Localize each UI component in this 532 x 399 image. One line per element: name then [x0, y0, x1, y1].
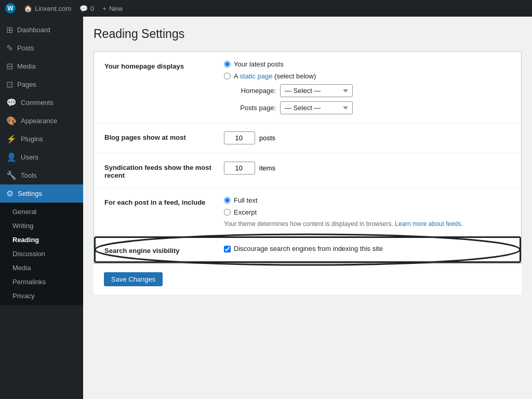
homepage-select[interactable]: — Select — [280, 84, 353, 97]
sidebar-item-plugins[interactable]: ⚡ Plugins [0, 130, 83, 148]
radio-static-page-label: A static page (select below) [234, 72, 316, 80]
syndication-control: items [224, 162, 511, 175]
users-icon: 👤 [6, 152, 17, 162]
comments-icon: 💬 [6, 98, 17, 108]
posts-page-select-row: Posts page: — Select — [234, 101, 511, 114]
sidebar-item-dashboard[interactable]: ⊞ Dashboard [0, 21, 83, 39]
search-visibility-control: Discourage search engines from indexing … [224, 245, 511, 252]
feed-include-control: Full text Excerpt Your theme determines … [224, 196, 511, 228]
media-icon: ⊟ [6, 61, 13, 71]
radio-static-page-input[interactable] [224, 73, 231, 79]
pages-icon: ⊡ [6, 79, 13, 89]
syndication-input[interactable] [224, 162, 255, 175]
settings-icon: ⚙ [6, 189, 14, 198]
syndication-label: Syndication feeds show the most recent [104, 162, 224, 179]
radio-full-text: Full text [224, 196, 511, 204]
submenu-item-media[interactable]: Media [0, 261, 83, 275]
submenu-item-reading[interactable]: Reading [0, 233, 83, 247]
sidebar: ⊞ Dashboard ✎ Posts ⊟ Media ⊡ Pages 💬 Co… [0, 17, 83, 399]
submenu-item-general[interactable]: General [0, 205, 83, 219]
learn-more-link[interactable]: Learn more about feeds. [395, 220, 463, 228]
search-visibility-checkbox-option: Discourage search engines from indexing … [224, 245, 511, 252]
sidebar-item-appearance[interactable]: 🎨 Appearance [0, 112, 83, 130]
syndication-row: Syndication feeds show the most recent i… [94, 153, 521, 188]
submenu-item-permalinks[interactable]: Permalinks [0, 275, 83, 289]
sidebar-item-comments[interactable]: 💬 Comments [0, 94, 83, 112]
posts-page-select-label: Posts page: [234, 104, 276, 112]
radio-latest-posts-input[interactable] [224, 61, 231, 68]
wp-logo[interactable]: W [5, 3, 16, 14]
tools-icon: 🔧 [6, 170, 17, 180]
discourage-indexing-checkbox[interactable] [224, 246, 231, 252]
plugins-icon: ⚡ [6, 134, 17, 144]
syndication-suffix: items [259, 164, 275, 172]
main-layout: ⊞ Dashboard ✎ Posts ⊟ Media ⊡ Pages 💬 Co… [0, 17, 532, 399]
sidebar-item-users[interactable]: 👤 Users [0, 148, 83, 166]
blog-pages-input-row: posts [224, 131, 511, 144]
homepage-label: Your homepage displays [104, 60, 224, 70]
blog-pages-suffix: posts [259, 134, 275, 142]
search-visibility-label: Search engine visibility [104, 245, 224, 255]
page-title: Reading Settings [94, 27, 522, 41]
comments-link[interactable]: 💬 0 [79, 5, 94, 12]
search-visibility-row: Search engine visibility Discourage sear… [94, 236, 521, 263]
settings-submenu: General Writing Reading Discussion Media… [0, 203, 83, 305]
dashboard-icon: ⊞ [6, 25, 13, 35]
radio-excerpt-label[interactable]: Excerpt [234, 208, 257, 216]
radio-static-page: A static page (select below) [224, 72, 511, 80]
blog-pages-label: Blog pages show at most [104, 131, 224, 141]
radio-latest-posts: Your latest posts [224, 60, 511, 68]
static-page-link[interactable]: static page [240, 72, 273, 80]
blog-pages-row: Blog pages show at most posts [94, 123, 521, 153]
save-row: Save Changes [94, 263, 522, 295]
blog-pages-input[interactable] [224, 131, 255, 144]
save-button[interactable]: Save Changes [104, 272, 163, 286]
sidebar-item-pages[interactable]: ⊡ Pages [0, 75, 83, 94]
radio-full-text-input[interactable] [224, 197, 231, 204]
top-bar: W 🏠 Linxent.com 💬 0 + New [0, 0, 532, 17]
homepage-select-row: Homepage: — Select — [234, 84, 511, 97]
sidebar-item-settings[interactable]: ⚙ Settings [0, 184, 83, 203]
sidebar-item-tools[interactable]: 🔧 Tools [0, 166, 83, 184]
homepage-control: Your latest posts A static page (select … [224, 60, 511, 114]
submenu-item-privacy[interactable]: Privacy [0, 289, 83, 303]
content-area: Reading Settings Your homepage displays … [83, 17, 532, 399]
radio-excerpt-input[interactable] [224, 209, 231, 216]
radio-latest-posts-label[interactable]: Your latest posts [234, 60, 284, 68]
discourage-indexing-label[interactable]: Discourage search engines from indexing … [234, 245, 383, 252]
posts-icon: ✎ [6, 43, 13, 53]
homepage-row: Your homepage displays Your latest posts… [94, 52, 521, 123]
feed-include-label: For each post in a feed, include [104, 196, 224, 206]
sidebar-item-media[interactable]: ⊟ Media [0, 57, 83, 75]
settings-form: Your homepage displays Your latest posts… [94, 51, 522, 263]
appearance-icon: 🎨 [6, 116, 17, 126]
radio-full-text-label[interactable]: Full text [234, 196, 258, 204]
posts-page-select[interactable]: — Select — [280, 101, 353, 114]
homepage-select-label: Homepage: [234, 87, 276, 95]
feed-include-row: For each post in a feed, include Full te… [94, 188, 521, 236]
sidebar-item-posts[interactable]: ✎ Posts [0, 39, 83, 57]
submenu-item-discussion[interactable]: Discussion [0, 247, 83, 261]
new-link[interactable]: + New [102, 5, 123, 12]
feed-helper-text: Your theme determines how content is dis… [224, 220, 511, 228]
radio-excerpt: Excerpt [224, 208, 511, 216]
submenu-item-writing[interactable]: Writing [0, 219, 83, 233]
syndication-input-row: items [224, 162, 511, 175]
site-name-link[interactable]: 🏠 Linxent.com [24, 5, 71, 12]
blog-pages-control: posts [224, 131, 511, 144]
